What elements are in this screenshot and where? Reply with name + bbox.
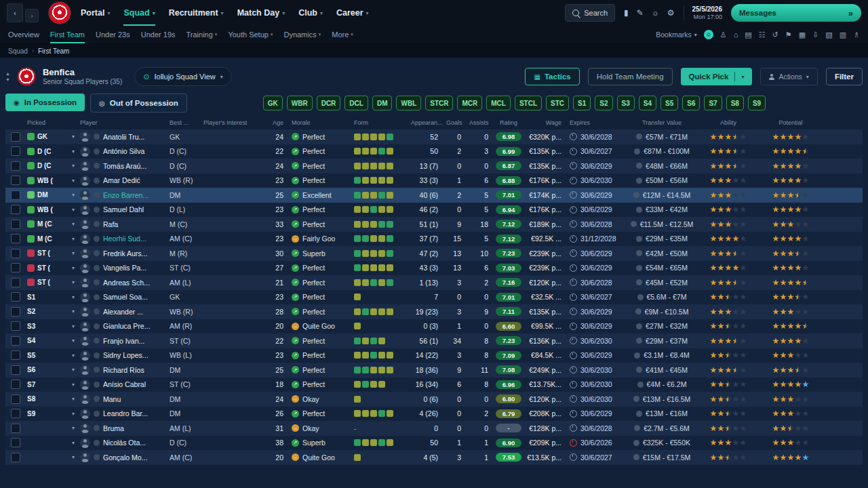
actions-dropdown[interactable]: Actions ▾	[760, 68, 817, 85]
menu-match-day[interactable]: Match Day▾	[237, 0, 285, 26]
table-row[interactable]: S5▾Sidny Lopes...WB (L)23↗Perfect14 (22)…	[5, 348, 863, 363]
training-icon[interactable]: ♗	[853, 30, 860, 39]
position-filter-s2[interactable]: S2	[595, 96, 612, 110]
subnav-item-first-team[interactable]: First Team	[50, 26, 85, 43]
position-filter-wbl[interactable]: WBL	[396, 96, 421, 110]
picked-dropdown[interactable]: S6▾	[24, 363, 77, 378]
picked-dropdown[interactable]: ST (▾	[24, 246, 77, 261]
subnav-item-youth-setup[interactable]: Youth Setup▾	[228, 26, 273, 43]
row-checkbox[interactable]	[11, 453, 20, 462]
picked-dropdown[interactable]: WB (▾	[24, 174, 77, 188]
row-checkbox[interactable]	[11, 190, 20, 200]
stadium-icon[interactable]: ⌂	[734, 30, 738, 39]
assistant-badge-icon[interactable]: ☺	[704, 30, 713, 39]
position-filter-s4[interactable]: S4	[639, 96, 656, 110]
row-checkbox[interactable]	[11, 292, 20, 302]
column-header-age[interactable]: Age	[266, 119, 289, 126]
row-checkbox[interactable]	[11, 220, 20, 229]
row-checkbox[interactable]	[11, 336, 20, 346]
picked-dropdown[interactable]: WB (▾	[24, 203, 77, 218]
picked-dropdown[interactable]: ▾	[24, 450, 77, 465]
player-name[interactable]: Anatolii Tru...	[103, 133, 144, 141]
column-header-assists[interactable]: Assists	[467, 119, 494, 126]
player-name[interactable]: Amar Dedić	[103, 176, 140, 184]
hold-team-meeting-button[interactable]: Hold Team Meeting	[588, 68, 673, 85]
row-checkbox[interactable]	[11, 205, 20, 214]
column-header-apps[interactable]: Appearan...	[408, 119, 443, 126]
row-checkbox[interactable]	[11, 132, 20, 142]
picked-dropdown[interactable]: S4▾	[24, 333, 77, 348]
breadcrumb-item[interactable]: First Team	[38, 47, 70, 55]
position-filter-s6[interactable]: S6	[682, 96, 700, 110]
squad-icon[interactable]: ▦	[799, 30, 806, 39]
menu-career[interactable]: Career▾	[336, 0, 369, 26]
position-filter-s3[interactable]: S3	[617, 96, 635, 110]
position-filter-s9[interactable]: S9	[748, 96, 766, 110]
picked-dropdown[interactable]: D (C▾	[24, 159, 77, 174]
row-checkbox[interactable]	[11, 365, 20, 375]
column-header-interest[interactable]: Player's Interest	[201, 119, 266, 126]
table-row[interactable]: ▾BrumaAM (L)31→Okay-000-€128K p...30/6/2…	[5, 421, 863, 436]
row-checkbox[interactable]	[11, 263, 20, 272]
menu-portal[interactable]: Portal▾	[81, 0, 110, 26]
subnav-item-under-23s[interactable]: Under 23s	[96, 26, 130, 43]
menu-club[interactable]: Club▾	[298, 0, 323, 26]
picked-dropdown[interactable]: S7▾	[24, 378, 77, 392]
idea-icon[interactable]: ☼	[652, 8, 659, 18]
tactics-button[interactable]: ▦ Tactics	[525, 68, 579, 85]
row-checkbox[interactable]	[11, 438, 20, 447]
bookmark-icon[interactable]: ▮	[624, 8, 629, 18]
table-row[interactable]: S4▾Franjo Ivan...ST (C)22↗Perfect56 (1)3…	[5, 333, 863, 348]
player-name[interactable]: Heorhii Sud...	[103, 235, 146, 243]
column-header-morale[interactable]: Morale	[289, 119, 351, 126]
position-filter-stcr[interactable]: STCR	[425, 96, 453, 110]
column-header-wage[interactable]: Wage	[524, 119, 567, 126]
table-row[interactable]: ▾Gonçalo Mo...AM (C)20→Quite Goo4 (5)317…	[5, 450, 863, 465]
picked-dropdown[interactable]: S1▾	[24, 290, 77, 305]
table-row[interactable]: ▾Nicolás Ota...D (C)38↗Superb50116.90€20…	[5, 436, 863, 451]
tab-out-of-possession[interactable]: ◎Out of Possession	[90, 94, 187, 113]
player-name[interactable]: Richard Ríos	[103, 366, 144, 374]
picked-dropdown[interactable]: S9▾	[24, 407, 77, 422]
position-filter-s8[interactable]: S8	[726, 96, 744, 110]
player-name[interactable]: Sidny Lopes...	[103, 351, 149, 359]
row-checkbox[interactable]	[11, 146, 20, 156]
row-checkbox[interactable]	[11, 380, 20, 389]
player-name[interactable]: António Silva	[103, 147, 144, 155]
position-filter-s7[interactable]: S7	[704, 96, 722, 110]
player-name[interactable]: Andreas Sch...	[103, 279, 150, 287]
bookmarks-dropdown[interactable]: Bookmarks ▾	[656, 30, 697, 39]
row-checkbox[interactable]	[11, 249, 20, 258]
player-name[interactable]: Gonçalo Mo...	[103, 453, 147, 462]
table-row[interactable]: D (C▾António SilvaD (C)22↗Perfect50236.9…	[5, 144, 863, 159]
column-header-form[interactable]: Form	[351, 119, 408, 126]
tab-in-possession[interactable]: ◉In Possession	[5, 94, 85, 111]
position-filter-wbr[interactable]: WBR	[287, 96, 313, 110]
column-header-expires[interactable]: Expires	[567, 119, 627, 126]
row-checkbox[interactable]	[11, 394, 20, 404]
table-row[interactable]: S8▾ManuDM24→Okay0 (6)006.80€120K p...30/…	[5, 392, 863, 407]
table-row[interactable]: S9▾Leandro Bar...DM26↗Perfect4 (26)026.7…	[5, 407, 863, 422]
trophy-icon[interactable]: ♙	[720, 30, 727, 39]
table-row[interactable]: S2▾Alexander ...WB (R)28↗Perfect19 (23)3…	[5, 304, 863, 319]
row-checkbox[interactable]	[11, 409, 20, 418]
column-header-rating[interactable]: Rating	[494, 119, 524, 126]
messages-continue-button[interactable]: Messages »	[731, 4, 861, 22]
subnav-item-dynamics[interactable]: Dynamics▾	[283, 26, 321, 43]
player-name[interactable]: Gianluca Pre...	[103, 322, 150, 330]
table-row[interactable]: S6▾Richard RíosDM25↗Perfect18 (36)9117.0…	[5, 363, 863, 378]
download-icon[interactable]: ⇩	[812, 30, 818, 39]
game-date[interactable]: 25/5/2026 Mon 17:00	[684, 5, 723, 21]
menu-recruitment[interactable]: Recruitment▾	[169, 0, 224, 26]
table-row[interactable]: GK▾Anatolii Tru...GK24↗Perfect52006.98€3…	[5, 129, 863, 144]
column-header-best[interactable]: Best ...	[167, 119, 201, 126]
player-name[interactable]: Alexander ...	[103, 308, 143, 316]
player-name[interactable]: Fredrik Aurs...	[103, 249, 147, 258]
player-name[interactable]: Rafa	[103, 220, 118, 228]
table-row[interactable]: S7▾Anísio CabralST (C)18↗Perfect16 (34)6…	[5, 378, 863, 392]
row-checkbox[interactable]	[11, 424, 20, 433]
row-checkbox[interactable]	[11, 176, 20, 185]
position-filter-stc[interactable]: STC	[546, 96, 569, 110]
position-filter-dm[interactable]: DM	[372, 96, 393, 110]
subnav-item-training[interactable]: Training▾	[186, 26, 218, 43]
